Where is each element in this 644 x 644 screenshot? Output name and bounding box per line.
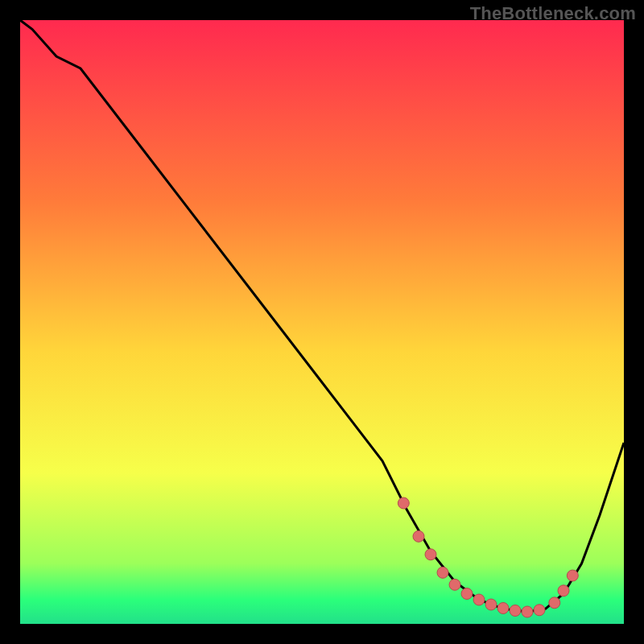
curve-marker	[510, 605, 521, 617]
bottleneck-curve-chart	[20, 20, 624, 624]
curve-marker	[522, 606, 533, 617]
curve-marker	[558, 585, 569, 597]
curve-marker	[437, 567, 448, 578]
curve-marker	[413, 530, 424, 542]
curve-marker	[549, 597, 560, 609]
curve-marker	[473, 594, 485, 605]
plot-area	[20, 20, 624, 624]
curve-marker	[534, 605, 545, 616]
curve-marker	[425, 549, 436, 560]
gradient-bg	[20, 20, 624, 624]
curve-marker	[485, 599, 497, 610]
curve-marker	[461, 588, 473, 600]
curve-marker	[567, 570, 578, 581]
chart-stage: TheBottleneck.com	[0, 0, 644, 644]
curve-marker	[497, 603, 509, 614]
curve-marker	[398, 497, 409, 509]
curve-marker	[449, 579, 460, 590]
